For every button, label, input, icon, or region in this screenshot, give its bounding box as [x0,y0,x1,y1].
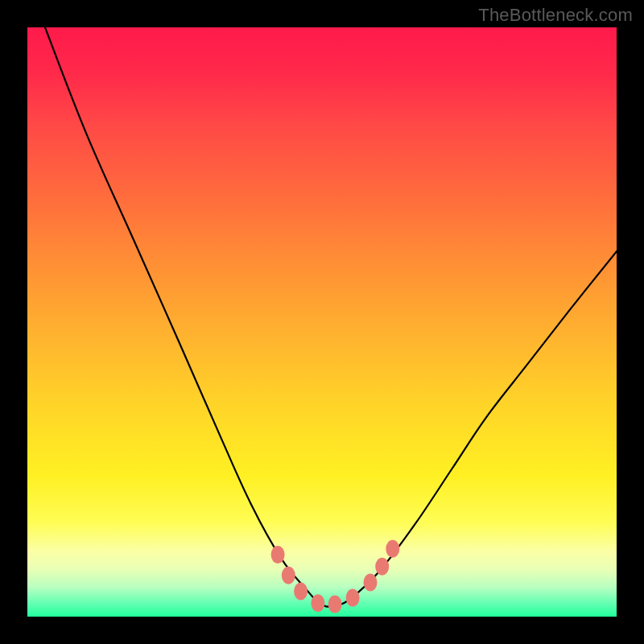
curve-marker [386,540,399,558]
curve-marker [294,583,308,601]
curve-marker [375,558,389,576]
plot-area [27,27,617,617]
watermark-text: TheBottleneck.com [478,5,633,26]
curve-markers [271,540,400,613]
curve-marker [271,546,285,564]
bottleneck-curve [45,27,617,607]
chart-svg [27,27,617,617]
curve-marker [311,594,324,612]
chart-frame: TheBottleneck.com [0,0,644,644]
curve-marker [346,589,360,607]
curve-marker [282,567,295,584]
curve-marker [328,596,342,613]
curve-marker [364,574,378,592]
